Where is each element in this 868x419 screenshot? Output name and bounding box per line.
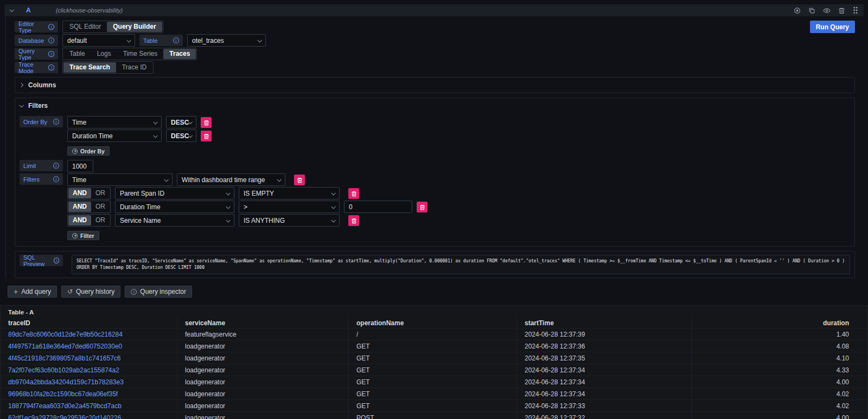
- circle-dot-icon[interactable]: [794, 7, 801, 14]
- order-by-field-select[interactable]: Time: [67, 116, 162, 128]
- query-editor-card: A (clickhouse-observability) Editor Type…: [4, 4, 864, 278]
- trash-icon[interactable]: [838, 7, 845, 14]
- table-cell: loadgenerator: [177, 388, 349, 399]
- column-header-servicename[interactable]: serviceName: [177, 318, 349, 328]
- table-cell: 4.02: [692, 388, 867, 399]
- query-row-header[interactable]: A (clickhouse-observability): [4, 4, 864, 16]
- trace-id-link[interactable]: 7a2f07ecf63c60b1029ab2ac155874a2: [1, 364, 177, 376]
- order-by-field-select[interactable]: Duration Time: [67, 130, 162, 142]
- add-filter-button[interactable]: Filter: [67, 231, 99, 240]
- info-icon[interactable]: [53, 176, 59, 182]
- info-icon[interactable]: [48, 24, 54, 30]
- info-icon[interactable]: [54, 257, 59, 263]
- columns-section-header[interactable]: Columns: [20, 80, 850, 90]
- collapse-chevron-icon[interactable]: [9, 8, 14, 12]
- info-icon[interactable]: [48, 65, 54, 70]
- info-icon[interactable]: [53, 119, 59, 125]
- trace-id-link[interactable]: 96968b10fa2b2c1590bc67dea06ef35f: [1, 388, 177, 399]
- table-cell: 4.33: [692, 364, 867, 376]
- caret-down-icon: [189, 133, 193, 138]
- caret-down-icon: [164, 177, 168, 182]
- caret-down-icon: [226, 218, 230, 222]
- trace-mode-trace-search[interactable]: Trace Search: [63, 62, 116, 73]
- conjunction-or[interactable]: OR: [91, 202, 110, 212]
- database-select[interactable]: default: [62, 34, 135, 47]
- filter-operator-select[interactable]: IS ANYTHING: [239, 214, 340, 227]
- trace-id-link[interactable]: 1887794f7eaa6037d0e2a4579bcd7acb: [1, 400, 177, 411]
- filter-operator-select[interactable]: >: [239, 201, 340, 213]
- conjunction-and[interactable]: AND: [68, 215, 91, 225]
- filter-operator-select[interactable]: IS EMPTY: [239, 187, 340, 199]
- filter-field-select[interactable]: Parent Span ID: [115, 187, 234, 199]
- column-header-duration[interactable]: duration: [692, 318, 867, 328]
- filter-field-select[interactable]: Duration Time: [115, 201, 234, 213]
- panel-title: Table - A: [1, 306, 867, 318]
- remove-filter-button[interactable]: [294, 175, 305, 185]
- column-header-operationname[interactable]: operationName: [349, 318, 517, 328]
- add-order-by-button[interactable]: Order By: [67, 146, 110, 156]
- info-icon[interactable]: [48, 51, 54, 57]
- filter-operator-select[interactable]: Within dashboard time range: [177, 173, 285, 186]
- query-history-button[interactable]: Query history: [61, 286, 120, 298]
- table-row: db9704a2bbda34204d159c71b78283e3loadgene…: [1, 376, 867, 388]
- query-type-label: Query Type: [15, 48, 58, 60]
- filters-section-header[interactable]: Filters: [20, 101, 850, 111]
- remove-filter-button[interactable]: [417, 202, 427, 212]
- eye-icon[interactable]: [823, 7, 831, 14]
- remove-filter-button[interactable]: [348, 215, 359, 226]
- info-icon[interactable]: [173, 37, 179, 43]
- filter-field-select[interactable]: Service Name: [115, 214, 234, 227]
- query-type-time-series[interactable]: Time Series: [117, 49, 164, 59]
- table-row: 96968b10fa2b2c1590bc67dea06ef35floadgene…: [1, 388, 867, 400]
- conjunction-toggle: AND OR: [67, 201, 111, 213]
- caret-down-icon: [331, 204, 335, 209]
- query-type-traces[interactable]: Traces: [163, 49, 196, 59]
- filters-section: Filters Order By Time DESC: [15, 98, 855, 247]
- drag-handle-icon[interactable]: [853, 7, 858, 14]
- conjunction-toggle: AND OR: [67, 187, 111, 199]
- trace-id-link[interactable]: 89dc7e8c6060c0d12de7e9b50c216284: [1, 328, 177, 340]
- conjunction-or[interactable]: OR: [91, 188, 110, 198]
- table-cell: 2024-06-28 12:37:34: [517, 388, 692, 399]
- query-inspector-button[interactable]: Query inspector: [125, 286, 192, 298]
- order-by-direction-select[interactable]: DESC: [166, 116, 196, 128]
- trace-id-link[interactable]: 4f45c21918c73698057a8b1c741657c6: [1, 352, 177, 364]
- info-icon[interactable]: [53, 163, 59, 169]
- chevron-right-icon: [19, 83, 23, 87]
- editor-type-query-builder[interactable]: Query Builder: [107, 22, 162, 32]
- query-type-table[interactable]: Table: [63, 49, 91, 59]
- remove-filter-button[interactable]: [348, 188, 359, 199]
- database-label: Database: [15, 35, 58, 46]
- conjunction-and[interactable]: AND: [68, 188, 91, 198]
- trace-mode-trace-id[interactable]: Trace ID: [116, 62, 153, 73]
- table-cell: loadgenerator: [177, 340, 349, 352]
- info-icon[interactable]: [48, 37, 54, 43]
- editor-type-toggle: SQL Editor Query Builder: [62, 21, 163, 33]
- trace-id-link[interactable]: db9704a2bbda34204d159c71b78283e3: [1, 376, 177, 388]
- run-query-button[interactable]: Run Query: [810, 21, 855, 33]
- order-by-direction-select[interactable]: DESC: [166, 130, 196, 142]
- table-cell: 2024-06-28 12:37:39: [517, 328, 692, 340]
- column-header-starttime[interactable]: startTime: [517, 318, 692, 328]
- query-type-logs[interactable]: Logs: [91, 49, 117, 59]
- column-header-traceid[interactable]: traceID: [1, 318, 177, 328]
- filter-field-select[interactable]: Time: [67, 173, 173, 186]
- add-query-button[interactable]: Add query: [8, 286, 57, 298]
- remove-order-by-button[interactable]: [201, 131, 212, 141]
- table-select[interactable]: otel_traces: [187, 34, 266, 47]
- editor-type-sql-editor[interactable]: SQL Editor: [63, 22, 107, 32]
- filter-value-input[interactable]: [344, 201, 412, 213]
- datasource-name: (clickhouse-observability): [56, 7, 123, 14]
- trace-id-link[interactable]: 4f497571a618e364ed7ded60752030e0: [1, 340, 177, 352]
- table-cell: GET: [349, 352, 517, 364]
- conjunction-or[interactable]: OR: [91, 215, 110, 225]
- conjunction-toggle: AND OR: [67, 214, 111, 227]
- duplicate-icon[interactable]: [808, 7, 815, 14]
- limit-input[interactable]: [67, 160, 93, 172]
- trace-id-link[interactable]: 62df1ec9a29728c9e29536c20d140226: [1, 412, 177, 419]
- conjunction-and[interactable]: AND: [68, 202, 91, 212]
- remove-order-by-button[interactable]: [201, 117, 212, 128]
- editor-type-label: Editor Type: [15, 21, 58, 33]
- caret-down-icon: [226, 191, 230, 195]
- table-body: 89dc7e8c6060c0d12de7e9b50c216284featuref…: [1, 328, 867, 419]
